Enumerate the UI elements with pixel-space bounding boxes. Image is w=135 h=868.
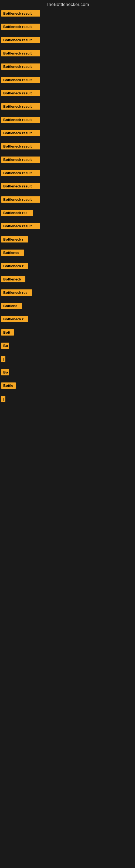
bottleneck-result-badge[interactable]: Bottleneck result (1, 196, 40, 203)
list-item: Bottle (1, 381, 135, 391)
results-container: Bottleneck resultBottleneck resultBottle… (0, 8, 135, 408)
list-item: Bottleneck result (1, 23, 135, 32)
bottleneck-result-badge[interactable]: Bottleneck result (1, 63, 40, 70)
list-item: Bottleneck r (1, 235, 135, 245)
bottleneck-result-badge[interactable]: Bottleneck result (1, 50, 40, 56)
bottleneck-result-badge[interactable]: Bottleneck result (1, 130, 40, 136)
bottleneck-result-badge[interactable]: Bottleneck result (1, 103, 40, 110)
list-item: | (1, 355, 135, 364)
list-item: Bottleneck result (1, 129, 135, 138)
list-item: Bottleneck (1, 275, 135, 284)
bottleneck-result-badge[interactable]: Bottleneck result (1, 10, 40, 17)
bottleneck-result-badge[interactable]: Bottleneck result (1, 77, 40, 83)
bottleneck-result-badge[interactable]: Bottleneck result (1, 24, 40, 30)
bottleneck-result-badge[interactable]: | (1, 356, 5, 362)
bottleneck-result-badge[interactable]: Bo (1, 343, 9, 349)
site-title: TheBottlenecker.com (0, 0, 135, 8)
bottleneck-result-badge[interactable]: Bottleneck result (1, 223, 40, 229)
list-item: Bottleneck result (1, 89, 135, 98)
bottleneck-result-badge[interactable]: Bottleneck result (1, 37, 40, 43)
bottleneck-result-badge[interactable]: Bottleneck r (1, 236, 28, 243)
list-item: Bottleneck result (1, 102, 135, 112)
bottleneck-result-badge[interactable]: Bo (1, 369, 9, 375)
bottleneck-result-badge[interactable]: Bottleneck res (1, 210, 33, 216)
list-item: Bottlenec (1, 248, 135, 258)
bottleneck-result-badge[interactable]: Bottleneck result (1, 143, 40, 150)
list-item: Bottlene (1, 302, 135, 311)
list-item: Bottleneck result (1, 182, 135, 191)
bottleneck-result-badge[interactable]: Bottleneck res (1, 289, 32, 296)
list-item: Bottleneck result (1, 62, 135, 72)
bottleneck-result-badge[interactable]: Bottlenec (1, 250, 24, 256)
list-item: | (1, 395, 135, 404)
list-item: Bottleneck r (1, 315, 135, 324)
list-item: Bottleneck result (1, 9, 135, 19)
list-item: Bottleneck res (1, 288, 135, 298)
bottleneck-result-badge[interactable]: Bottleneck result (1, 156, 40, 163)
list-item: Bottleneck result (1, 195, 135, 205)
list-item: Bottleneck res (1, 209, 135, 218)
bottleneck-result-badge[interactable]: Bottleneck result (1, 183, 40, 189)
list-item: Bott (1, 328, 135, 338)
bottleneck-result-badge[interactable]: Bottleneck result (1, 90, 40, 96)
list-item: Bottleneck result (1, 36, 135, 45)
bottleneck-result-badge[interactable]: Bott (1, 329, 14, 336)
bottleneck-result-badge[interactable]: Bottleneck (1, 276, 26, 282)
bottleneck-result-badge[interactable]: Bottleneck r (1, 316, 28, 322)
list-item: Bottleneck result (1, 116, 135, 125)
list-item: Bottleneck r (1, 262, 135, 271)
list-item: Bottleneck result (1, 76, 135, 85)
list-item: Bottleneck result (1, 142, 135, 152)
bottleneck-result-badge[interactable]: Bottleneck result (1, 170, 40, 176)
list-item: Bo (1, 368, 135, 378)
list-item: Bo (1, 341, 135, 351)
bottleneck-result-badge[interactable]: Bottleneck result (1, 117, 40, 123)
bottleneck-result-badge[interactable]: | (1, 396, 5, 402)
bottleneck-result-badge[interactable]: Bottle (1, 382, 16, 389)
list-item: Bottleneck result (1, 155, 135, 165)
list-item: Bottleneck result (1, 222, 135, 231)
list-item: Bottleneck result (1, 49, 135, 59)
bottleneck-result-badge[interactable]: Bottlene (1, 303, 22, 309)
bottleneck-result-badge[interactable]: Bottleneck r (1, 263, 28, 269)
list-item: Bottleneck result (1, 169, 135, 178)
